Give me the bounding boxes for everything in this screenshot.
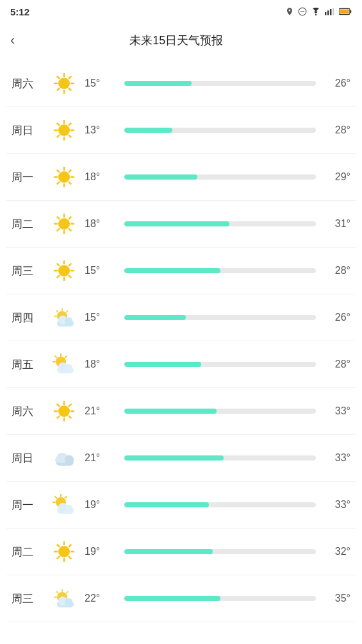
svg-line-59 [67, 310, 68, 312]
day-label: 周三 [12, 591, 50, 606]
temp-bar-fill [124, 362, 201, 367]
temp-bar-fill [124, 502, 209, 507]
svg-line-97 [57, 545, 59, 547]
svg-rect-4 [327, 10, 329, 15]
temp-high: 28° [322, 359, 350, 370]
temp-high: 35° [322, 593, 350, 604]
svg-point-46 [58, 265, 70, 276]
svg-line-77 [69, 416, 71, 418]
day-label: 周二 [12, 545, 50, 559]
header: ‹ 未来15日天气预报 [0, 23, 362, 60]
temp-high: 33° [322, 452, 350, 464]
location-icon [285, 7, 294, 16]
svg-line-66 [55, 356, 56, 357]
temp-bar-fill [124, 455, 224, 461]
temp-bar-fill [124, 221, 229, 226]
weather-row: 周二 19° 32° [6, 529, 356, 575]
temp-low: 22° [85, 593, 118, 604]
weather-icon [50, 116, 78, 144]
wifi-icon [311, 8, 321, 15]
svg-line-26 [69, 123, 71, 125]
svg-line-104 [56, 591, 58, 593]
svg-line-33 [57, 170, 59, 172]
temp-low: 15° [85, 78, 118, 89]
svg-line-44 [69, 217, 71, 219]
weather-icon [50, 350, 78, 378]
weather-row: 周一 19° 33° [6, 482, 356, 529]
svg-line-16 [69, 89, 71, 90]
temp-low: 19° [85, 546, 118, 557]
temp-low: 13° [85, 124, 118, 136]
temp-bar [124, 268, 316, 273]
svg-point-2 [315, 14, 317, 15]
svg-point-28 [58, 171, 70, 183]
svg-rect-8 [350, 10, 351, 13]
temp-bar-fill [124, 315, 186, 320]
day-label: 周四 [12, 310, 50, 325]
svg-line-76 [57, 404, 59, 406]
weather-row: 周五 18° 28° [6, 341, 356, 388]
weather-icon [50, 584, 78, 613]
day-label: 周一 [12, 170, 50, 185]
svg-point-71 [58, 405, 70, 417]
temp-low: 18° [85, 171, 118, 183]
svg-point-91 [65, 505, 72, 512]
temp-bar [124, 549, 316, 554]
page-title: 未来15日天气预报 [20, 33, 333, 48]
temp-bar [124, 502, 316, 507]
weather-row: 周一 18° 29° [6, 154, 356, 201]
temp-bar-fill [124, 128, 172, 133]
svg-line-105 [67, 591, 68, 593]
temp-bar [124, 409, 316, 414]
svg-line-34 [69, 182, 71, 184]
svg-point-37 [58, 218, 70, 230]
svg-line-100 [57, 557, 59, 559]
temp-bar [124, 174, 316, 180]
temp-high: 33° [322, 405, 350, 417]
svg-line-98 [69, 557, 71, 559]
weather-icon [50, 69, 78, 97]
svg-line-45 [57, 229, 59, 231]
temp-low: 15° [85, 265, 118, 276]
svg-line-87 [55, 496, 56, 498]
temp-high: 31° [322, 218, 350, 230]
weather-icon [50, 538, 78, 566]
weather-row: 周三 15° 28° [6, 248, 356, 294]
weather-row: 周六 15° 26° [6, 60, 356, 107]
day-label: 周五 [12, 357, 50, 372]
svg-line-51 [57, 264, 59, 266]
svg-rect-3 [325, 12, 326, 15]
temp-bar-fill [124, 549, 213, 554]
weather-row: 周六 21° 33° [6, 388, 356, 435]
weather-icon [50, 257, 78, 285]
status-icons [285, 7, 352, 16]
svg-line-17 [69, 76, 71, 78]
svg-point-70 [65, 364, 72, 371]
dnd-icon [298, 7, 307, 16]
svg-line-35 [69, 170, 71, 172]
temp-bar [124, 81, 316, 86]
temp-low: 21° [85, 405, 118, 417]
weather-list: 周六 15° 26° 周日 [0, 60, 362, 622]
svg-line-79 [57, 416, 59, 418]
day-label: 周一 [12, 498, 50, 513]
svg-line-88 [65, 496, 67, 498]
svg-rect-9 [340, 10, 349, 14]
day-label: 周六 [12, 404, 50, 419]
temp-high: 32° [322, 546, 350, 557]
weather-icon [50, 210, 78, 238]
status-time: 5:12 [10, 6, 29, 17]
status-bar: 5:12 [0, 0, 362, 23]
temp-low: 21° [85, 452, 118, 464]
weather-row: 周二 18° 31° [6, 201, 356, 248]
temp-low: 18° [85, 218, 118, 230]
weather-row: 周日 21° 33° [6, 435, 356, 482]
back-button[interactable]: ‹ [10, 30, 20, 51]
svg-line-67 [65, 356, 67, 357]
temp-bar-fill [124, 409, 217, 414]
temp-high: 26° [322, 78, 350, 89]
temp-bar [124, 315, 316, 320]
day-label: 周日 [12, 451, 50, 466]
day-label: 周二 [12, 217, 50, 232]
svg-line-27 [57, 135, 59, 137]
